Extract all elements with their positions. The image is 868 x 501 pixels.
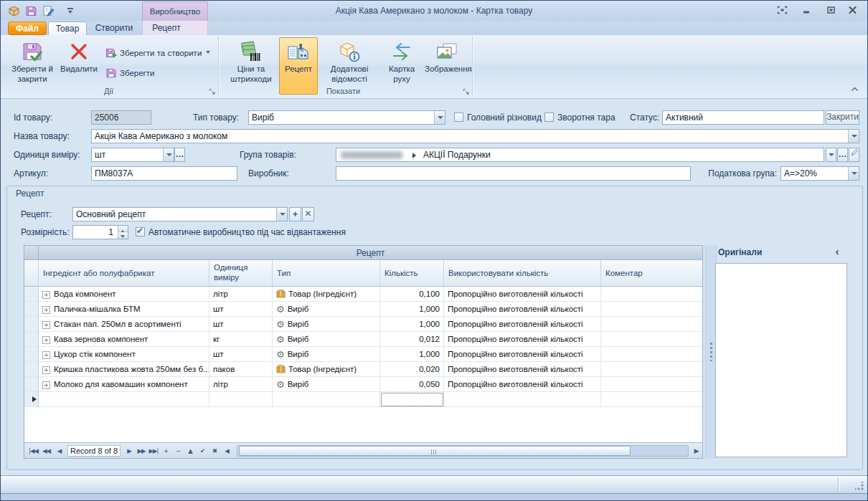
- nav-post-button[interactable]: ✔: [197, 445, 208, 457]
- use-quantity-cell[interactable]: Пропорційно виготовленій кількості: [444, 332, 601, 347]
- recipe-view-button[interactable]: Рецепт: [279, 37, 318, 95]
- type-cell[interactable]: ⚙Виріб: [273, 317, 380, 332]
- column-header-use-quantity[interactable]: Використовувати кількість: [444, 260, 601, 287]
- product-card-icon[interactable]: [8, 5, 20, 17]
- comment-cell[interactable]: [601, 377, 702, 392]
- name-field[interactable]: Акція Кава Американо з молоком: [91, 129, 859, 143]
- table-row[interactable]: Кава зернова компоненткг⚙Виріб0,012Пропо…: [24, 332, 703, 347]
- column-header-type[interactable]: Тип: [273, 260, 380, 287]
- quantity-cell[interactable]: 0,020: [380, 362, 444, 377]
- movement-card-button[interactable]: Картка руху: [381, 37, 423, 95]
- expand-row-icon[interactable]: [42, 351, 50, 359]
- group-edit-button[interactable]: [849, 148, 859, 162]
- table-new-row[interactable]: [24, 392, 703, 407]
- type-cell[interactable]: ⚙Виріб: [273, 332, 380, 347]
- scroll-right-button[interactable]: ▶: [691, 445, 702, 457]
- status-field[interactable]: Активний: [662, 110, 824, 125]
- table-row[interactable]: Стакан пап. 250мл в асортиментішт⚙Виріб1…: [24, 317, 703, 332]
- ingredient-cell[interactable]: Молоко для кавомашин компонент: [39, 377, 209, 392]
- spin-buttons[interactable]: [118, 226, 128, 239]
- fit-window-button[interactable]: [775, 6, 788, 16]
- quantity-cell[interactable]: 1,000: [380, 317, 444, 332]
- nav-next-page-button[interactable]: ▶▶: [136, 445, 147, 457]
- minimize-button[interactable]: [800, 6, 813, 16]
- nav-prev-button[interactable]: ◀: [53, 445, 65, 457]
- originals-list[interactable]: [715, 263, 847, 457]
- dropdown-button[interactable]: [848, 130, 859, 143]
- comment-cell[interactable]: [601, 392, 702, 407]
- quick-save-icon[interactable]: [25, 5, 37, 17]
- delete-recipe-button[interactable]: ✕: [302, 207, 314, 221]
- quantity-cell[interactable]: 1,000: [380, 302, 444, 317]
- use-quantity-cell[interactable]: Пропорційно виготовленій кількості: [444, 347, 601, 362]
- edit-document-icon[interactable]: [42, 5, 55, 17]
- quantity-cell[interactable]: 1,000: [380, 347, 444, 362]
- comment-cell[interactable]: [601, 347, 702, 362]
- type-cell[interactable]: ⚙Виріб: [273, 302, 380, 317]
- type-cell[interactable]: Товар (Інгредієнт): [273, 287, 380, 302]
- qat-customize-icon[interactable]: [65, 7, 75, 16]
- ingredient-cell[interactable]: [39, 392, 209, 407]
- nav-last-button[interactable]: ▶▶|: [148, 445, 159, 457]
- auto-production-checkbox[interactable]: [136, 227, 145, 237]
- quantity-cell[interactable]: 0,050: [380, 377, 444, 392]
- table-row[interactable]: Вода компонентлітрТовар (Інгредієнт)0,10…: [24, 287, 703, 302]
- unit-cell[interactable]: [209, 392, 273, 407]
- type-cell[interactable]: [273, 392, 380, 407]
- use-quantity-cell[interactable]: Пропорційно виготовленій кількості: [444, 377, 601, 392]
- images-button[interactable]: Зображення: [424, 37, 470, 95]
- quantity-cell-focused[interactable]: [380, 392, 444, 407]
- use-quantity-cell[interactable]: Пропорційно виготовленій кількості: [444, 317, 601, 332]
- comment-cell[interactable]: [601, 302, 702, 317]
- nav-append-button[interactable]: +: [160, 445, 171, 457]
- ingredient-cell[interactable]: Цукор стік компонент: [39, 347, 209, 362]
- unit-cell[interactable]: паков: [209, 362, 273, 377]
- table-row[interactable]: Паличка-мішалка БТМшт⚙Виріб1,000Пропорці…: [24, 302, 703, 317]
- comment-cell[interactable]: [601, 362, 702, 377]
- unit-ellipsis-button[interactable]: …: [174, 148, 185, 162]
- group-ellipsis-button[interactable]: …: [837, 148, 848, 162]
- nav-cancel-button[interactable]: ✖: [209, 445, 220, 457]
- collapse-panel-button[interactable]: ‹: [831, 246, 843, 257]
- comment-cell[interactable]: [601, 332, 702, 347]
- ingredient-cell[interactable]: Кава зернова компонент: [39, 332, 209, 347]
- quantity-cell[interactable]: 0,100: [380, 287, 444, 302]
- use-quantity-cell[interactable]: [444, 392, 601, 407]
- band-header[interactable]: Рецепт: [39, 246, 702, 260]
- dialog-launcher-icon[interactable]: [209, 87, 216, 95]
- use-quantity-cell[interactable]: Пропорційно виготовленій кількості: [444, 302, 601, 317]
- expand-row-icon[interactable]: [42, 366, 50, 374]
- tab-recipe[interactable]: Рецепт: [146, 22, 187, 35]
- table-row[interactable]: Молоко для кавомашин компонентлітр⚙Виріб…: [24, 377, 703, 392]
- use-quantity-cell[interactable]: Пропорційно виготовленій кількості: [444, 287, 601, 302]
- dialog-launcher-icon[interactable]: [463, 87, 470, 95]
- scrollbar-thumb[interactable]: [239, 446, 631, 456]
- ingredient-cell[interactable]: Кришка пластикова жовта 250мм без б...: [39, 362, 209, 377]
- nav-edit-button[interactable]: ▲: [184, 445, 196, 457]
- add-recipe-button[interactable]: +: [289, 207, 301, 221]
- expand-row-icon[interactable]: [42, 336, 50, 344]
- unit-cell[interactable]: літр: [209, 287, 273, 302]
- unit-cell[interactable]: літр: [209, 377, 273, 392]
- extra-info-button[interactable]: Додаткові відомості: [321, 37, 378, 95]
- dropdown-button[interactable]: [163, 148, 174, 161]
- save-and-create-button[interactable]: Зберегти та створити: [104, 45, 217, 61]
- column-header-comment[interactable]: Коментар: [601, 260, 703, 287]
- restore-button[interactable]: [824, 6, 837, 16]
- resize-grip-icon[interactable]: [855, 482, 864, 490]
- delete-button[interactable]: Видалити: [57, 37, 101, 95]
- column-header-unit[interactable]: Одиниця виміру: [209, 260, 273, 287]
- group-dropdown-button[interactable]: [826, 148, 836, 162]
- article-field[interactable]: ПМ8037А: [91, 166, 237, 181]
- table-row[interactable]: Кришка пластикова жовта 250мм без б...па…: [24, 362, 703, 377]
- comment-cell[interactable]: [601, 287, 702, 302]
- ingredient-cell[interactable]: Вода компонент: [39, 287, 209, 302]
- comment-cell[interactable]: [601, 317, 702, 332]
- nav-prev-page-button[interactable]: ◀◀: [40, 445, 52, 457]
- return-tare-checkbox[interactable]: [544, 113, 554, 122]
- unit-combo[interactable]: шт: [91, 148, 174, 162]
- type-combo[interactable]: Виріб: [248, 110, 445, 125]
- quantity-cell[interactable]: 0,012: [380, 332, 444, 347]
- dropdown-button[interactable]: [276, 208, 287, 221]
- tax-group-combo[interactable]: A=>20%: [780, 166, 859, 181]
